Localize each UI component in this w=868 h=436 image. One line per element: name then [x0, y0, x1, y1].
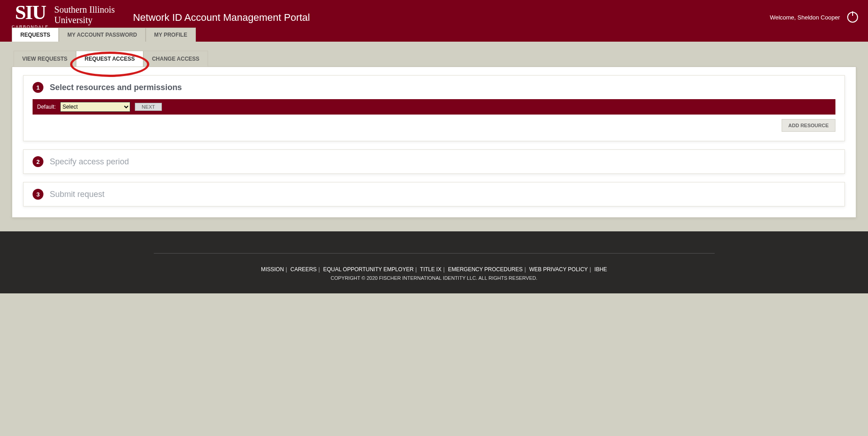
footer-link-careers[interactable]: CAREERS — [290, 266, 317, 273]
main-panel: 1 Select resources and permissions Defau… — [12, 67, 856, 218]
step-1-number: 1 — [33, 82, 43, 93]
primary-tabs: REQUESTS MY ACCOUNT PASSWORD MY PROFILE — [12, 28, 196, 42]
footer-link-eoe[interactable]: EQUAL OPPORTUNITY EMPLOYER — [323, 266, 414, 273]
logo-block: SIU CARBONDALE Southern Illinois Univers… — [12, 3, 115, 29]
step-2-title: Specify access period — [50, 157, 129, 167]
university-line1: Southern Illinois — [54, 5, 115, 15]
subtab-view-requests[interactable]: VIEW REQUESTS — [14, 51, 76, 67]
welcome-text: Welcome, Sheldon Cooper — [770, 14, 840, 21]
step-1-title: Select resources and permissions — [50, 83, 182, 92]
resource-select[interactable]: Select — [60, 102, 130, 112]
resource-bar: Default: Select NEXT — [33, 99, 835, 115]
step-3-card: 3 Submit request — [23, 182, 845, 206]
footer-inner: MISSION| CAREERS| EQUAL OPPORTUNITY EMPL… — [154, 253, 715, 281]
step-1-head: 1 Select resources and permissions — [33, 82, 835, 93]
footer-link-mission[interactable]: MISSION — [261, 266, 284, 273]
subtab-request-access[interactable]: REQUEST ACCESS — [76, 51, 143, 67]
logo-mark: SIU CARBONDALE — [12, 3, 49, 29]
portal-title: Network ID Account Management Portal — [133, 12, 310, 24]
step-3-head: 3 Submit request — [33, 189, 835, 200]
tab-requests[interactable]: REQUESTS — [12, 28, 59, 42]
app-header: SIU CARBONDALE Southern Illinois Univers… — [0, 0, 868, 42]
tab-my-profile[interactable]: MY PROFILE — [146, 28, 196, 42]
step-3-number: 3 — [33, 189, 43, 200]
content-area: VIEW REQUESTS REQUEST ACCESS CHANGE ACCE… — [0, 42, 868, 231]
footer: MISSION| CAREERS| EQUAL OPPORTUNITY EMPL… — [0, 231, 868, 293]
university-line2: University — [54, 15, 115, 25]
step-1-card: 1 Select resources and permissions Defau… — [23, 75, 845, 141]
step-3-title: Submit request — [50, 190, 104, 199]
step-2-number: 2 — [33, 156, 43, 167]
next-button[interactable]: NEXT — [135, 103, 161, 111]
footer-copyright: COPYRIGHT © 2020 FISCHER INTERNATIONAL I… — [154, 275, 715, 281]
footer-link-title-ix[interactable]: TITLE IX — [420, 266, 441, 273]
step-2-head: 2 Specify access period — [33, 156, 835, 167]
footer-link-privacy[interactable]: WEB PRIVACY POLICY — [529, 266, 588, 273]
tab-my-account-password[interactable]: MY ACCOUNT PASSWORD — [59, 28, 146, 42]
logo-main: SIU — [15, 3, 45, 23]
subtab-change-access[interactable]: CHANGE ACCESS — [143, 51, 208, 67]
step-2-card: 2 Specify access period — [23, 149, 845, 174]
footer-link-ibhe[interactable]: IBHE — [594, 266, 607, 273]
default-label: Default: — [37, 104, 56, 110]
add-resource-row: ADD RESOURCE — [33, 119, 835, 132]
sub-tabs: VIEW REQUESTS REQUEST ACCESS CHANGE ACCE… — [14, 51, 856, 67]
add-resource-button[interactable]: ADD RESOURCE — [782, 119, 835, 132]
university-name: Southern Illinois University — [54, 5, 115, 25]
footer-link-emergency[interactable]: EMERGENCY PROCEDURES — [448, 266, 522, 273]
header-right: Welcome, Sheldon Cooper — [770, 12, 858, 23]
footer-links: MISSION| CAREERS| EQUAL OPPORTUNITY EMPL… — [154, 266, 715, 273]
logout-icon[interactable] — [847, 12, 858, 23]
